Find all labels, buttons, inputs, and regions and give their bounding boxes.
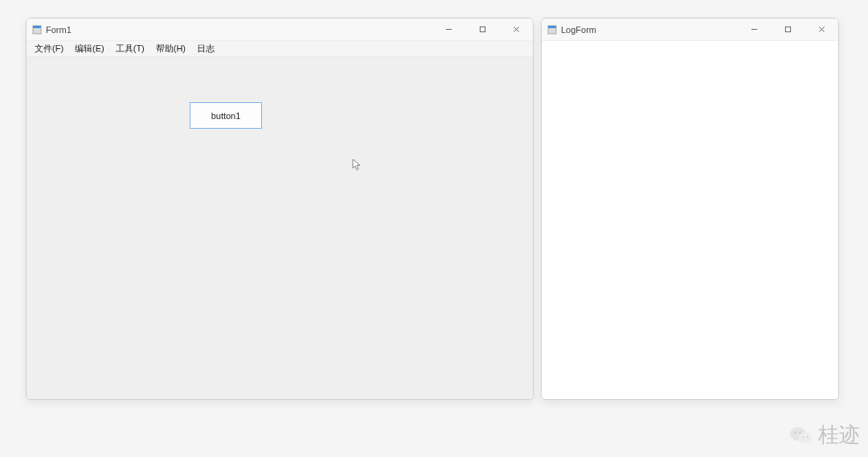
menu-log[interactable]: 日志: [192, 42, 219, 56]
svg-rect-9: [785, 27, 790, 31]
minimize-button[interactable]: [432, 19, 465, 40]
logform-titlebar[interactable]: LogForm: [542, 19, 838, 41]
menu-file[interactable]: 文件(F): [30, 42, 68, 56]
svg-rect-3: [480, 27, 485, 31]
window-controls: [737, 19, 838, 40]
menu-edit[interactable]: 编辑(E): [70, 42, 109, 56]
watermark: 桂迹: [789, 421, 860, 449]
svg-rect-7: [548, 26, 556, 28]
form1-titlebar[interactable]: Form1: [27, 19, 533, 41]
form1-client-area: button1: [27, 57, 533, 399]
app-icon: [547, 24, 558, 35]
svg-point-15: [799, 431, 800, 433]
svg-point-16: [803, 436, 805, 438]
close-button[interactable]: [805, 19, 838, 40]
svg-point-13: [799, 432, 813, 443]
maximize-button[interactable]: [465, 19, 499, 40]
logform-client-area: [542, 41, 838, 399]
minimize-button[interactable]: [737, 19, 771, 40]
wechat-icon: [789, 423, 813, 447]
mouse-cursor-icon: [352, 159, 362, 174]
watermark-text: 桂迹: [818, 421, 860, 449]
maximize-button[interactable]: [771, 19, 805, 40]
menu-tools[interactable]: 工具(T): [111, 42, 149, 56]
close-button[interactable]: [499, 19, 533, 40]
logform-window: LogForm: [541, 18, 839, 400]
svg-rect-1: [33, 26, 41, 28]
window-controls: [432, 19, 533, 40]
form1-title: Form1: [46, 25, 72, 35]
menu-help[interactable]: 帮助(H): [151, 42, 190, 56]
svg-point-14: [794, 431, 796, 433]
form1-menubar: 文件(F) 编辑(E) 工具(T) 帮助(H) 日志: [27, 41, 533, 57]
svg-point-17: [807, 436, 809, 438]
button1[interactable]: button1: [190, 102, 262, 129]
app-icon: [31, 24, 43, 35]
logform-title: LogForm: [561, 25, 596, 35]
form1-window: Form1 文件(F) 编辑(E) 工具(T) 帮助(H) 日志 button1: [26, 18, 534, 400]
